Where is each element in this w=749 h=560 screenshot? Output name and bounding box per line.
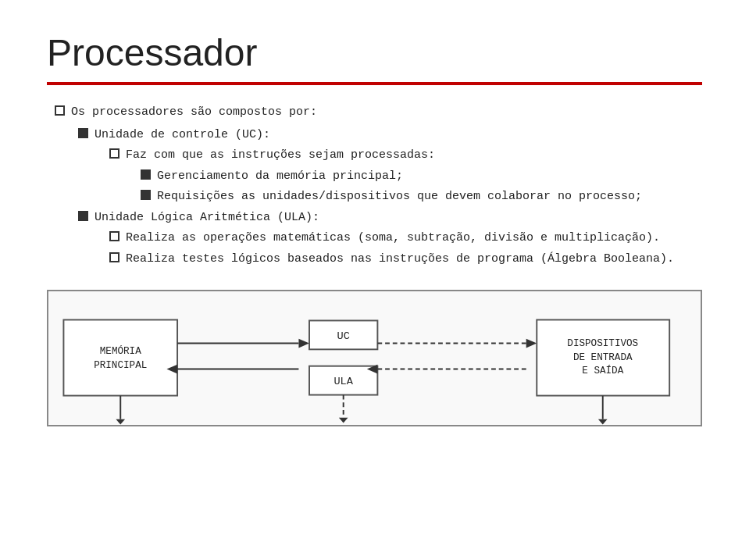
svg-rect-15 xyxy=(537,319,669,395)
bullet-text: Unidade Lógica Aritmética (ULA): xyxy=(95,209,702,227)
svg-rect-0 xyxy=(63,319,177,395)
bullet-text: Faz com que as instruções sejam processa… xyxy=(126,147,702,165)
square-filled-icon xyxy=(78,211,88,221)
diagram-svg: MEMÓRIA PRINCIPAL UC ULA DISPOSITIVOS DE… xyxy=(48,291,701,425)
square-filled-icon xyxy=(141,190,151,200)
list-item: Unidade de controle (UC): xyxy=(47,127,702,144)
bullet-text: Os processadores são compostos por: xyxy=(71,104,702,122)
square-outline-icon xyxy=(109,231,119,241)
svg-marker-4 xyxy=(298,339,309,348)
svg-text:ULA: ULA xyxy=(333,376,353,387)
svg-marker-12 xyxy=(526,339,537,348)
svg-marker-6 xyxy=(166,365,177,374)
diagram: MEMÓRIA PRINCIPAL UC ULA DISPOSITIVOS DE… xyxy=(47,290,702,426)
svg-text:DISPOSITIVOS: DISPOSITIVOS xyxy=(567,337,638,349)
svg-marker-25 xyxy=(598,419,608,425)
list-item: Realiza testes lógicos baseados nas inst… xyxy=(47,251,702,269)
bullet-text: Requisições as unidades/dispositivos que… xyxy=(157,188,702,206)
square-outline-icon xyxy=(109,252,119,262)
square-filled-icon xyxy=(141,169,151,180)
list-item: Requisições as unidades/dispositivos que… xyxy=(47,188,702,206)
bullet-text: Unidade de controle (UC): xyxy=(95,127,702,144)
content-area: Os processadores são compostos por: Unid… xyxy=(47,104,702,268)
svg-text:E SAÍDA: E SAÍDA xyxy=(582,365,623,376)
title-divider xyxy=(47,82,702,85)
list-item: Os processadores são compostos por: xyxy=(47,104,702,122)
square-filled-icon xyxy=(78,128,88,138)
svg-rect-9 xyxy=(309,366,377,395)
list-item: Unidade Lógica Aritmética (ULA): xyxy=(47,209,702,227)
svg-text:DE ENTRADA: DE ENTRADA xyxy=(573,351,633,363)
svg-rect-7 xyxy=(309,320,377,349)
bullet-text: Gerenciamento da memória principal; xyxy=(157,168,702,186)
svg-marker-14 xyxy=(367,365,378,374)
page-title: Processador xyxy=(47,31,702,74)
list-item: Gerenciamento da memória principal; xyxy=(47,168,702,186)
svg-text:PRINCIPAL: PRINCIPAL xyxy=(94,359,147,371)
square-outline-icon xyxy=(109,148,119,159)
svg-marker-20 xyxy=(116,419,125,425)
svg-text:UC: UC xyxy=(337,330,350,342)
square-outline-icon xyxy=(55,105,65,116)
bullet-text: Realiza as operações matemáticas (soma, … xyxy=(126,230,702,248)
list-item: Realiza as operações matemáticas (soma, … xyxy=(47,230,702,248)
list-item: Faz com que as instruções sejam processa… xyxy=(47,147,702,165)
svg-marker-23 xyxy=(339,418,348,423)
svg-text:MEMÓRIA: MEMÓRIA xyxy=(100,345,141,357)
bullet-text: Realiza testes lógicos baseados nas inst… xyxy=(126,251,702,269)
